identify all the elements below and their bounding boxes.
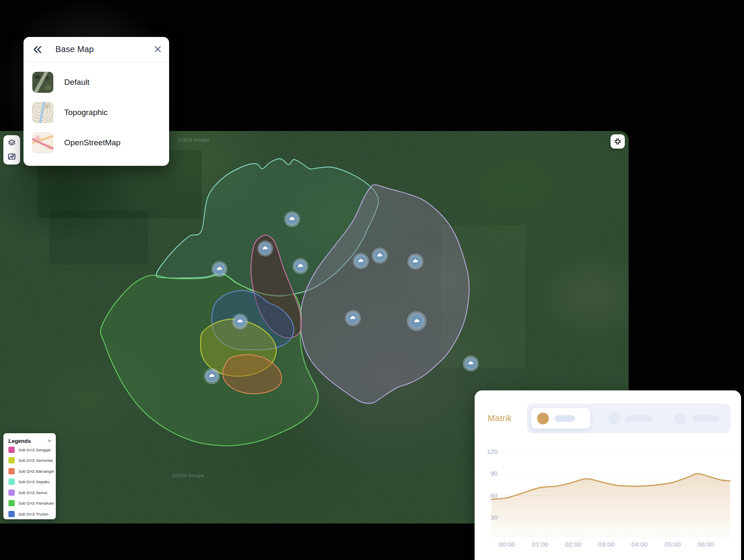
area-fill	[491, 474, 730, 536]
marker-halo	[372, 248, 388, 264]
rain-cloud-icon	[209, 374, 215, 379]
legends-panel: Legends Sub DAS SanggaiSub DAS SemuntaiS…	[3, 433, 56, 519]
x-axis-label: 01:00	[532, 541, 548, 548]
rain-cloud-icon	[216, 267, 223, 272]
weather-station-marker[interactable]	[204, 368, 220, 384]
marker-core	[286, 213, 298, 225]
marker-halo	[292, 258, 308, 274]
basemap-thumbnail-openstreetmap	[32, 132, 53, 153]
marker-halo	[463, 356, 479, 372]
basemap-option-label: Topographic	[64, 108, 108, 117]
marker-halo	[407, 254, 423, 270]
metrics-area-chart: 12090603000:0001:0002:0003:0004:0005:000…	[475, 434, 741, 560]
legend-label: Sub DAS Pamaluan	[18, 501, 54, 505]
marker-core	[465, 358, 477, 369]
weather-station-marker[interactable]	[292, 258, 308, 274]
y-axis-label: 60	[491, 492, 498, 499]
metrics-panel: Matrik 12090603000:0001:0002:0003:0004:0…	[475, 390, 741, 560]
weather-station-marker[interactable]	[284, 211, 300, 227]
map-image-icon	[7, 152, 16, 161]
weather-station-marker[interactable]	[211, 261, 227, 277]
marker-core	[410, 256, 421, 267]
legend-swatch	[8, 457, 15, 463]
legend-row: Sub DAS Sanggai	[8, 446, 53, 453]
x-axis-label: 05:00	[665, 541, 681, 548]
watershed-regions	[101, 159, 469, 446]
rain-cloud-icon	[262, 246, 269, 251]
legend-swatch	[8, 489, 15, 496]
weather-station-marker[interactable]	[257, 241, 273, 256]
double-chevron-left-icon	[32, 44, 43, 55]
weather-station-marker[interactable]	[407, 311, 427, 331]
marker-halo	[232, 314, 248, 330]
metrics-tab-2[interactable]	[603, 408, 666, 429]
legend-row: Sub DAS Pamaluan	[8, 500, 53, 507]
legends-header[interactable]: Legends	[8, 437, 52, 445]
legends-title: Legends	[8, 438, 31, 444]
legend-label: Sub DAS Semoi	[18, 490, 47, 495]
legend-swatch	[8, 479, 15, 485]
tab-label-skeleton	[692, 415, 719, 422]
weather-station-marker[interactable]	[353, 253, 369, 269]
legend-row: Sub DAS Semoi	[8, 489, 53, 496]
legend-row: Sub DAS Trunen	[8, 510, 53, 517]
tab-active-dot	[537, 413, 549, 424]
marker-halo	[353, 253, 369, 269]
metrics-tab-3[interactable]	[669, 408, 728, 429]
app-window: ©2024 Google ©2024 Google	[0, 0, 744, 560]
basemap-option-label: Default	[64, 78, 89, 87]
metrics-tabbar	[527, 403, 731, 433]
marker-halo	[407, 311, 427, 331]
x-axis-label: 02:00	[565, 541, 582, 548]
basemap-panel-header: Base Map	[23, 37, 169, 62]
collapse-panel-button[interactable]	[31, 43, 44, 56]
basemap-thumbnail-default	[32, 72, 53, 93]
basemap-option-default[interactable]: Default	[32, 67, 164, 97]
basemap-option-label: OpenStreetMap	[64, 138, 120, 147]
weather-station-marker[interactable]	[232, 314, 248, 330]
chevron-down-icon[interactable]	[47, 438, 52, 444]
basemap-option-openstreetmap[interactable]: OpenStreetMap	[32, 128, 164, 158]
marker-core	[259, 243, 271, 254]
weather-station-marker[interactable]	[407, 254, 423, 270]
marker-core	[206, 370, 218, 382]
weather-station-marker[interactable]	[345, 310, 361, 326]
y-axis-label: 120	[487, 448, 498, 455]
marker-core	[214, 263, 225, 275]
rain-cloud-icon	[467, 361, 474, 366]
fullscreen-button[interactable]	[611, 134, 625, 149]
divider	[23, 62, 169, 62]
marker-halo	[284, 211, 300, 227]
weather-station-marker[interactable]	[372, 248, 388, 264]
basemap-option-topographic[interactable]: Topographic	[32, 97, 164, 128]
tab-dot-skeleton	[675, 413, 687, 424]
marker-core	[295, 260, 306, 272]
legend-row: Sub DAS Baruangin	[8, 468, 53, 474]
rain-cloud-icon	[350, 316, 356, 321]
rain-cloud-icon	[413, 319, 420, 324]
legend-swatch	[8, 500, 15, 506]
map-control-stack	[3, 135, 20, 165]
x-axis-label: 06:00	[698, 541, 714, 548]
rain-cloud-icon	[412, 259, 419, 264]
tab-label-skeleton	[555, 415, 575, 422]
basemap-gallery-button[interactable]	[5, 151, 18, 162]
close-panel-button[interactable]	[151, 43, 164, 55]
legend-row: Sub DAS Semuntai	[8, 457, 53, 464]
rain-cloud-icon	[297, 264, 304, 269]
marker-halo	[345, 310, 361, 326]
metrics-tab-1[interactable]	[531, 408, 590, 429]
x-axis-label: 03:00	[598, 541, 615, 548]
rain-cloud-icon	[237, 319, 243, 324]
legend-label: Sub DAS Sepaku	[18, 479, 50, 484]
x-axis-label: 00:00	[499, 541, 515, 548]
legend-label: Sub DAS Sanggai	[18, 447, 51, 452]
marker-halo	[204, 368, 220, 384]
y-axis-label: 90	[491, 470, 498, 477]
rain-cloud-icon	[289, 217, 295, 222]
map-attribution: ©2024 Google	[178, 137, 210, 142]
layers-button[interactable]	[5, 138, 18, 149]
rain-cloud-icon	[358, 259, 364, 264]
weather-station-marker[interactable]	[463, 356, 479, 372]
legend-label: Sub DAS Semuntai	[18, 458, 53, 463]
